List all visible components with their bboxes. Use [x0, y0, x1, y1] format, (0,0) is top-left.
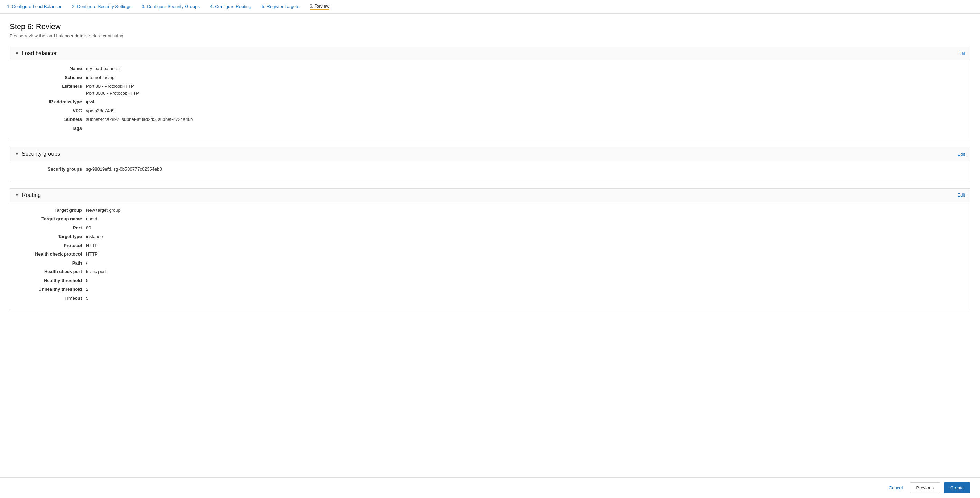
routing-title-row: ▼ Routing — [15, 192, 41, 198]
field-value-security-groups: sg-98819efd, sg-0b530777c02354eb8 — [86, 166, 963, 173]
field-label-security-groups: Security groups — [17, 166, 86, 173]
page-title: Step 6: Review — [10, 22, 970, 31]
field-label-listeners: Listeners — [17, 83, 86, 96]
field-label-health-check-protocol: Health check protocol — [17, 251, 86, 258]
field-value-path: / — [86, 260, 963, 266]
field-value-target-group-name: userd — [86, 216, 963, 222]
field-value-health-check-protocol: HTTP — [86, 251, 963, 258]
routing-section-header: ▼ Routing Edit — [10, 189, 970, 202]
field-label-target-type: Target type — [17, 233, 86, 240]
field-row-target-type: Target type instance — [17, 233, 963, 240]
field-row-health-check-protocol: Health check protocol HTTP — [17, 251, 963, 258]
listeners-value-2: Port:3000 - Protocol:HTTP — [86, 90, 963, 97]
field-row-subnets: Subnets subnet-fcca2897, subnet-af8ad2d5… — [17, 116, 963, 123]
field-row-protocol: Protocol HTTP — [17, 242, 963, 249]
routing-section-body: Target group New target group Target gro… — [10, 202, 970, 310]
field-value-protocol: HTTP — [86, 242, 963, 249]
wizard-step-5[interactable]: 5. Register Targets — [262, 4, 299, 10]
routing-section-title: Routing — [22, 192, 41, 198]
field-row-timeout: Timeout 5 — [17, 295, 963, 302]
field-value-healthy-threshold: 5 — [86, 277, 963, 284]
load-balancer-edit-link[interactable]: Edit — [958, 51, 965, 56]
security-groups-section: ▼ Security groups Edit Security groups s… — [10, 147, 970, 181]
load-balancer-title-row: ▼ Load balancer — [15, 51, 57, 57]
field-row-health-check-port: Health check port traffic port — [17, 268, 963, 275]
security-groups-section-header: ▼ Security groups Edit — [10, 147, 970, 161]
security-groups-section-title: Security groups — [22, 151, 60, 157]
field-label-health-check-port: Health check port — [17, 268, 86, 275]
field-label-vpc: VPC — [17, 108, 86, 114]
field-label-target-group-name: Target group name — [17, 216, 86, 222]
field-label-target-group: Target group — [17, 207, 86, 214]
wizard-step-1[interactable]: 1. Configure Load Balancer — [7, 4, 62, 10]
field-value-ip-address-type: ipv4 — [86, 98, 963, 105]
field-label-path: Path — [17, 260, 86, 266]
field-label-subnets: Subnets — [17, 116, 86, 123]
field-value-vpc: vpc-b28e74d9 — [86, 108, 963, 114]
load-balancer-section: ▼ Load balancer Edit Name my-load-balanc… — [10, 47, 970, 140]
field-value-subnets: subnet-fcca2897, subnet-af8ad2d5, subnet… — [86, 116, 963, 123]
field-value-target-type: instance — [86, 233, 963, 240]
wizard-nav: 1. Configure Load Balancer 2. Configure … — [0, 0, 980, 14]
field-row-security-groups: Security groups sg-98819efd, sg-0b530777… — [17, 166, 963, 173]
field-label-port: Port — [17, 224, 86, 232]
field-row-name: Name my-load-balancer — [17, 65, 963, 72]
wizard-step-4[interactable]: 4. Configure Routing — [210, 4, 251, 10]
chevron-down-icon: ▼ — [15, 51, 19, 56]
chevron-down-icon-sg: ▼ — [15, 152, 19, 157]
load-balancer-section-body: Name my-load-balancer Scheme internet-fa… — [10, 60, 970, 140]
field-value-target-group: New target group — [86, 207, 963, 214]
page-content: Step 6: Review Please review the load ba… — [0, 14, 980, 352]
field-value-health-check-port: traffic port — [86, 268, 963, 275]
load-balancer-section-header: ▼ Load balancer Edit — [10, 47, 970, 60]
field-row-ip-address-type: IP address type ipv4 — [17, 98, 963, 105]
field-label-ip-address-type: IP address type — [17, 98, 86, 105]
field-value-timeout: 5 — [86, 295, 963, 302]
field-row-target-group: Target group New target group — [17, 207, 963, 214]
field-row-unhealthy-threshold: Unhealthy threshold 2 — [17, 286, 963, 293]
field-row-target-group-name: Target group name userd — [17, 216, 963, 222]
field-row-path: Path / — [17, 260, 963, 266]
field-label-scheme: Scheme — [17, 74, 86, 81]
security-groups-section-body: Security groups sg-98819efd, sg-0b530777… — [10, 161, 970, 181]
load-balancer-section-title: Load balancer — [22, 51, 57, 57]
field-label-protocol: Protocol — [17, 242, 86, 249]
routing-section: ▼ Routing Edit Target group New target g… — [10, 188, 970, 311]
chevron-down-icon-routing: ▼ — [15, 193, 19, 198]
field-row-healthy-threshold: Healthy threshold 5 — [17, 277, 963, 284]
page-subtitle: Please review the load balancer details … — [10, 33, 970, 38]
wizard-step-6[interactable]: 6. Review — [310, 3, 329, 10]
listeners-value-1: Port:80 - Protocol:HTTP — [86, 83, 963, 90]
field-label-tags: Tags — [17, 125, 86, 132]
field-row-port: Port 80 — [17, 224, 963, 232]
field-label-healthy-threshold: Healthy threshold — [17, 277, 86, 284]
routing-edit-link[interactable]: Edit — [958, 192, 965, 198]
field-value-scheme: internet-facing — [86, 74, 963, 81]
field-value-tags — [86, 125, 963, 132]
field-label-unhealthy-threshold: Unhealthy threshold — [17, 286, 86, 293]
field-value-port: 80 — [86, 224, 963, 232]
field-label-timeout: Timeout — [17, 295, 86, 302]
field-row-scheme: Scheme internet-facing — [17, 74, 963, 81]
wizard-step-2[interactable]: 2. Configure Security Settings — [72, 4, 131, 10]
field-row-listeners: Listeners Port:80 - Protocol:HTTP Port:3… — [17, 83, 963, 96]
field-label-name: Name — [17, 65, 86, 72]
field-row-tags: Tags — [17, 125, 963, 132]
field-row-vpc: VPC vpc-b28e74d9 — [17, 108, 963, 114]
security-groups-edit-link[interactable]: Edit — [958, 152, 965, 157]
field-value-listeners: Port:80 - Protocol:HTTP Port:3000 - Prot… — [86, 83, 963, 96]
security-groups-title-row: ▼ Security groups — [15, 151, 60, 157]
field-value-unhealthy-threshold: 2 — [86, 286, 963, 293]
wizard-step-3[interactable]: 3. Configure Security Groups — [142, 4, 200, 10]
field-value-name: my-load-balancer — [86, 65, 963, 72]
